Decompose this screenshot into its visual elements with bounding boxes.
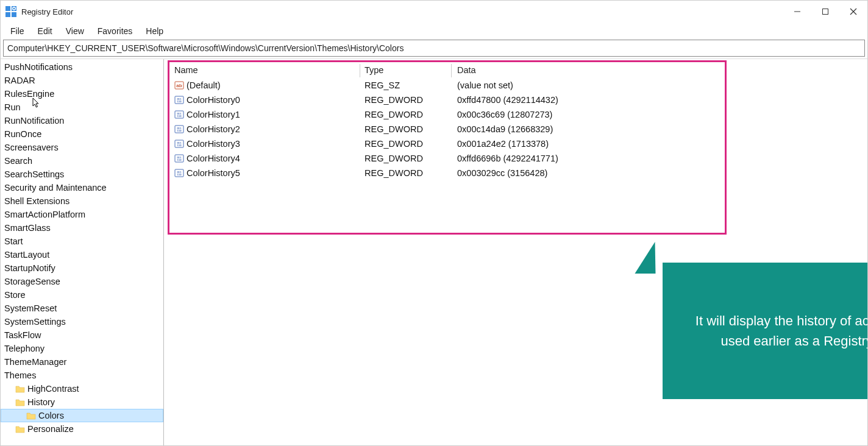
menubar: File Edit View Favorites Help [1,23,867,40]
svg-rect-2 [5,12,10,17]
value-name: ColorHistory4 [187,154,240,163]
tree-item-label: Personalize [27,424,74,434]
folder-icon [15,425,25,433]
tree-item-shell-extensions[interactable]: Shell Extensions [1,194,163,208]
tree-item-themes[interactable]: Themes [1,369,163,382]
value-row[interactable]: ColorHistory4REG_DWORD0xffd6696b (429224… [169,151,725,166]
reg-sz-icon [174,80,184,90]
tree-item-label: Themes [4,370,36,380]
reg-dword-icon [174,168,184,178]
value-type: REG_DWORD [365,154,457,163]
value-type: REG_SZ [365,80,457,90]
tree-item-run[interactable]: Run [1,101,163,114]
menu-favorites[interactable]: Favorites [91,24,139,38]
tree-item-label: Shell Extensions [4,196,69,206]
tree-item-systemsettings[interactable]: SystemSettings [1,315,163,328]
tree-item-label: StartLayout [4,250,49,260]
menu-file[interactable]: File [4,24,30,38]
tree-item-runonce[interactable]: RunOnce [1,127,163,141]
maximize-button[interactable] [811,1,839,23]
value-data: 0xffd6696b (4292241771) [457,154,725,163]
tree-item-label: RADAR [4,76,35,85]
minimize-button[interactable] [783,1,811,23]
tree-item-searchsettings[interactable]: SearchSettings [1,168,163,181]
reg-dword-icon [174,124,184,134]
menu-help[interactable]: Help [140,24,169,38]
tree-item-smartglass[interactable]: SmartGlass [1,221,163,235]
tree-item-storagesense[interactable]: StorageSense [1,275,163,288]
tree-item-label: SystemReset [4,303,57,313]
tree-item-label: RulesEngine [4,89,54,99]
tree-item-thememanager[interactable]: ThemeManager [1,355,163,369]
window-title: Registry Editor [21,7,73,16]
col-header-data[interactable]: Data [457,65,725,75]
tree-item-startupnotify[interactable]: StartupNotify [1,261,163,275]
svg-rect-0 [5,6,10,11]
tree-item-personalize[interactable]: Personalize [1,422,163,436]
col-header-type[interactable]: Type [365,65,457,75]
tree-item-label: Colors [38,411,64,420]
tree-item-label: StartupNotify [4,263,55,273]
callout-tail [635,242,662,274]
value-data: 0x00c36c69 (12807273) [457,110,725,119]
column-headers: Name Type Data [169,62,725,78]
tree-item-colors[interactable]: Colors [1,409,163,422]
svg-rect-7 [823,9,828,15]
tree-item-rulesengine[interactable]: RulesEngine [1,87,163,101]
tree-item-highcontrast[interactable]: HighContrast [1,382,163,395]
tree-item-label: RunNotification [4,116,64,126]
tree-item-smartactionplatform[interactable]: SmartActionPlatform [1,208,163,221]
address-bar[interactable]: Computer\HKEY_CURRENT_USER\Software\Micr… [3,40,865,57]
tree-item-history[interactable]: History [1,395,163,409]
tree-item-label: Security and Maintenance [4,183,107,193]
reg-dword-icon [174,154,184,163]
tree-item-startlayout[interactable]: StartLayout [1,248,163,261]
tree-item-taskflow[interactable]: TaskFlow [1,328,163,342]
value-row[interactable]: ColorHistory5REG_DWORD0x003029cc (315642… [169,166,725,180]
annotation-callout: It will display the history of accent co… [663,263,867,399]
value-row[interactable]: ColorHistory0REG_DWORD0xffd47800 (429211… [169,93,725,107]
tree-pane[interactable]: PushNotificationsRADARRulesEngineRunRunN… [1,59,164,445]
value-type: REG_DWORD [365,95,457,105]
address-text: Computer\HKEY_CURRENT_USER\Software\Micr… [7,43,404,53]
svg-point-5 [13,8,15,10]
tree-item-runnotification[interactable]: RunNotification [1,114,163,127]
titlebar: Registry Editor [1,1,867,23]
menu-view[interactable]: View [60,24,90,38]
tree-item-label: Store [4,290,26,300]
tree-item-label: SystemSettings [4,317,66,327]
value-row[interactable]: ColorHistory3REG_DWORD0x001a24e2 (171337… [169,136,725,151]
value-name: ColorHistory0 [187,95,240,105]
tree-item-label: StorageSense [4,277,60,286]
menu-edit[interactable]: Edit [32,24,59,38]
tree-item-systemreset[interactable]: SystemReset [1,302,163,315]
window-frame: Registry Editor File Edit View Favorites… [0,0,868,446]
tree-item-security-and-maintenance[interactable]: Security and Maintenance [1,181,163,194]
value-row[interactable]: ColorHistory2REG_DWORD0x00c14da9 (126683… [169,122,725,136]
tree-item-store[interactable]: Store [1,288,163,302]
value-name: ColorHistory2 [187,124,240,134]
tree-item-label: Screensavers [4,143,59,152]
tree-item-search[interactable]: Search [1,154,163,168]
svg-rect-3 [12,12,16,17]
tree-item-telephony[interactable]: Telephony [1,342,163,355]
tree-item-label: PushNotifications [4,62,73,72]
value-row[interactable]: ColorHistory1REG_DWORD0x00c36c69 (128072… [169,107,725,122]
tree-item-start[interactable]: Start [1,235,163,248]
tree-item-label: HighContrast [27,384,79,394]
tree-item-label: SearchSettings [4,169,64,179]
tree-item-label: TaskFlow [4,330,41,340]
close-button[interactable] [839,1,867,23]
col-header-name[interactable]: Name [174,65,365,75]
tree-item-label: ThemeManager [4,357,66,367]
folder-icon [26,411,36,420]
tree-item-label: Telephony [4,344,44,353]
value-data: 0xffd47800 (4292114432) [457,95,725,105]
value-data: 0x00c14da9 (12668329) [457,124,725,134]
tree-item-screensavers[interactable]: Screensavers [1,141,163,154]
app-icon [5,6,16,17]
value-type: REG_DWORD [365,139,457,149]
value-row[interactable]: (Default)REG_SZ(value not set) [169,78,725,93]
tree-item-pushnotifications[interactable]: PushNotifications [1,60,163,74]
tree-item-radar[interactable]: RADAR [1,74,163,87]
